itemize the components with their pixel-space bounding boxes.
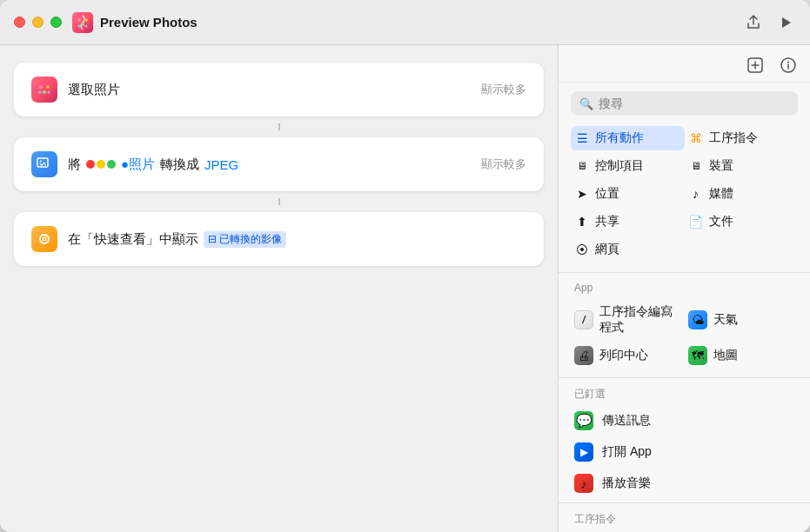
window-title: Preview Photos	[100, 15, 197, 30]
svg-point-4	[78, 24, 81, 27]
cat-web[interactable]: ⦿ 網頁	[571, 237, 685, 262]
svg-point-3	[81, 23, 84, 26]
lib-item-play-music[interactable]: ♪ 播放音樂	[559, 468, 810, 499]
titlebar: Preview Photos	[0, 0, 810, 45]
cat-location[interactable]: ➤ 位置	[571, 182, 685, 206]
titlebar-actions	[744, 13, 796, 32]
svg-point-11	[48, 91, 50, 94]
script-editor-icon: /	[574, 310, 593, 329]
add-to-library-button[interactable]	[746, 56, 765, 75]
app-section-header: App	[559, 276, 810, 297]
pinned-section-header: 已釘選	[559, 382, 810, 405]
cat-device[interactable]: 🖥 裝置	[685, 154, 799, 178]
svg-point-8	[46, 85, 50, 89]
app-maps[interactable]: 🗺 地圖	[685, 341, 799, 370]
share-button[interactable]	[744, 13, 763, 32]
svg-point-7	[39, 85, 43, 89]
svg-point-1	[77, 18, 81, 22]
close-button[interactable]	[14, 17, 25, 28]
library-items: ☰ 所有動作 ⌘ 工序指令 🖥 控制項目 🖥	[559, 123, 810, 532]
controls-icon: 🖥	[574, 160, 590, 172]
action-icon-photos	[31, 76, 57, 103]
cat-controls[interactable]: 🖥 控制項目	[571, 154, 685, 178]
action-show-more-2[interactable]: 顯示較多	[481, 156, 526, 172]
action-select-photos-text: 選取照片	[68, 82, 120, 98]
info-button[interactable]	[779, 56, 798, 75]
app-window: Preview Photos	[0, 0, 810, 532]
svg-point-9	[43, 90, 46, 94]
svg-point-13	[40, 161, 42, 163]
maximize-button[interactable]	[50, 17, 62, 28]
action-quicklook-text: 在「快速查看」中顯示 ⊟ 已轉換的影像	[68, 231, 286, 248]
print-center-icon: 🖨	[574, 346, 593, 365]
connector-1	[278, 123, 280, 130]
cat-share[interactable]: ⬆ 共享	[571, 209, 685, 234]
lib-item-messages[interactable]: 💬 傳送訊息	[559, 405, 810, 436]
app-icon	[72, 12, 93, 33]
svg-point-19	[787, 62, 789, 63]
action-quicklook[interactable]: 在「快速查看」中顯示 ⊟ 已轉換的影像	[14, 212, 544, 266]
device-icon: 🖥	[688, 160, 704, 172]
divider-3	[559, 502, 810, 503]
location-icon: ➤	[574, 187, 590, 201]
play-button[interactable]	[777, 13, 796, 32]
library-panel: 🔍 ☰ 所有動作 ⌘ 工序指令	[558, 45, 810, 532]
library-header	[559, 45, 810, 83]
svg-point-10	[39, 91, 42, 94]
action-convert-text: 將 ●照片 轉換成 JPEG	[68, 156, 238, 173]
app-weather[interactable]: 🌤 天氣	[685, 299, 799, 341]
media-icon: ♪	[688, 187, 704, 201]
traffic-lights	[14, 17, 62, 28]
divider-1	[559, 272, 810, 273]
action-select-photos[interactable]: 選取照片 顯示較多	[14, 63, 544, 116]
workflow-panel: 選取照片 顯示較多 將	[0, 45, 558, 532]
categories-grid: ☰ 所有動作 ⌘ 工序指令 🖥 控制項目 🖥	[559, 123, 810, 269]
svg-point-2	[84, 18, 88, 22]
lib-item-open-app[interactable]: ▶ 打開 App	[559, 436, 810, 468]
search-icon: 🔍	[579, 97, 593, 110]
svg-point-5	[85, 24, 88, 27]
share-icon: ⬆	[574, 215, 590, 229]
svg-rect-12	[37, 158, 48, 167]
weather-icon: 🌤	[688, 310, 707, 329]
main-content: 選取照片 顯示較多 將	[0, 45, 810, 532]
app-script-editor[interactable]: / 工序指令編寫程式	[571, 299, 685, 341]
cat-media[interactable]: ♪ 媒體	[685, 182, 799, 206]
search-input[interactable]	[599, 96, 789, 110]
all-actions-icon: ☰	[574, 131, 590, 145]
shortcuts-section-header: 工序指令	[559, 507, 810, 530]
web-icon: ⦿	[574, 243, 590, 256]
shortcuts-icon: ⌘	[688, 131, 704, 145]
open-app-icon: ▶	[574, 442, 593, 462]
play-music-icon: ♪	[574, 474, 593, 493]
svg-point-16	[44, 238, 45, 240]
divider-2	[559, 377, 810, 378]
action-icon-quicklook	[31, 226, 57, 252]
action-icon-convert	[31, 151, 57, 177]
minimize-button[interactable]	[32, 17, 44, 28]
cat-document[interactable]: 📄 文件	[685, 209, 799, 234]
connector-2	[278, 198, 280, 205]
maps-icon: 🗺	[688, 346, 707, 365]
cat-shortcuts[interactable]: ⌘ 工序指令	[685, 126, 799, 150]
app-grid: / 工序指令編寫程式 🌤 天氣 🖨 列印中心 🗺 地圖	[559, 297, 810, 374]
action-show-more-1[interactable]: 顯示較多	[481, 82, 526, 97]
app-print-center[interactable]: 🖨 列印中心	[571, 341, 685, 370]
search-bar: 🔍	[571, 91, 798, 116]
document-icon: 📄	[688, 215, 704, 229]
messages-icon: 💬	[574, 411, 593, 430]
cat-all-actions[interactable]: ☰ 所有動作	[571, 126, 685, 150]
action-convert[interactable]: 將 ●照片 轉換成 JPEG 顯示較多	[14, 137, 544, 191]
svg-marker-6	[782, 17, 791, 28]
